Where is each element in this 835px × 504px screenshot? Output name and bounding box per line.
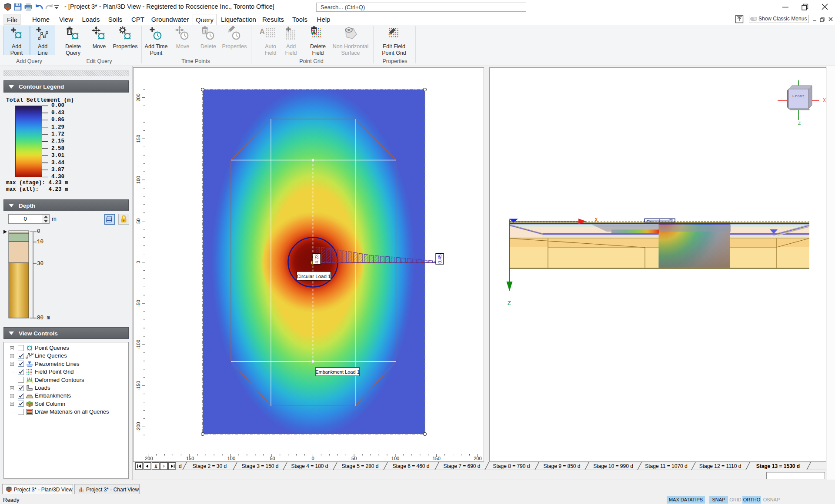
svg-text:200: 200 <box>474 456 481 461</box>
svg-text:-100: -100 <box>136 340 141 349</box>
svg-text:50: 50 <box>136 219 141 224</box>
svg-text:Embankment Load 1: Embankment Load 1 <box>315 369 360 375</box>
svg-text:50: 50 <box>351 456 357 461</box>
svg-text:100: 100 <box>391 456 399 461</box>
svg-text:A: A <box>260 28 265 35</box>
svg-text:Front: Front <box>792 94 805 99</box>
svg-text:Stage 7 = 690 d: Stage 7 = 690 d <box>443 463 480 469</box>
svg-text:0: 0 <box>136 261 141 263</box>
svg-text:200: 200 <box>136 93 141 101</box>
svg-text:Z: Z <box>508 300 511 307</box>
svg-text:Stage 3 = 150 d: Stage 3 = 150 d <box>241 463 278 469</box>
svg-text:X: X <box>823 98 826 104</box>
svg-text:-200: -200 <box>144 456 153 461</box>
svg-text:-150: -150 <box>136 381 141 391</box>
svg-text:100: 100 <box>136 176 141 184</box>
svg-text:Stage 12 = 1110 d: Stage 12 = 1110 d <box>699 463 741 469</box>
svg-text:-50: -50 <box>268 456 275 461</box>
svg-text:150: 150 <box>136 135 141 143</box>
svg-text:Circular Load 1: Circular Load 1 <box>297 274 331 279</box>
svg-text:4.23: 4.23 <box>314 254 319 263</box>
svg-text:Stage 6 = 460 d: Stage 6 = 460 d <box>392 463 429 469</box>
svg-text:Stage 11 = 1070 d: Stage 11 = 1070 d <box>645 463 688 469</box>
svg-text:Stage 5 = 280 d: Stage 5 = 280 d <box>341 463 378 469</box>
svg-text:-100: -100 <box>226 456 235 461</box>
svg-text:Stage 13 = 1530 d: Stage 13 = 1530 d <box>756 463 800 469</box>
svg-text:X: X <box>595 217 598 223</box>
svg-text:0: 0 <box>311 456 314 461</box>
svg-text:Stage 4 = 180 d: Stage 4 = 180 d <box>291 463 328 469</box>
svg-text:Stage 9 = 850 d: Stage 9 = 850 d <box>543 463 580 469</box>
svg-text:Stage 2 = 30 d: Stage 2 = 30 d <box>193 463 227 469</box>
svg-text:0.45: 0.45 <box>437 254 442 263</box>
svg-text:-200: -200 <box>136 422 141 431</box>
svg-text:150: 150 <box>433 456 441 461</box>
svg-text:Stage 8 = 790 d: Stage 8 = 790 d <box>493 463 530 469</box>
svg-text:-150: -150 <box>184 456 194 461</box>
svg-text:Stage 10 = 990 d: Stage 10 = 990 d <box>593 463 633 469</box>
svg-text:Z: Z <box>798 121 801 126</box>
svg-text:-50: -50 <box>136 300 141 307</box>
svg-text:d: d <box>179 463 182 469</box>
